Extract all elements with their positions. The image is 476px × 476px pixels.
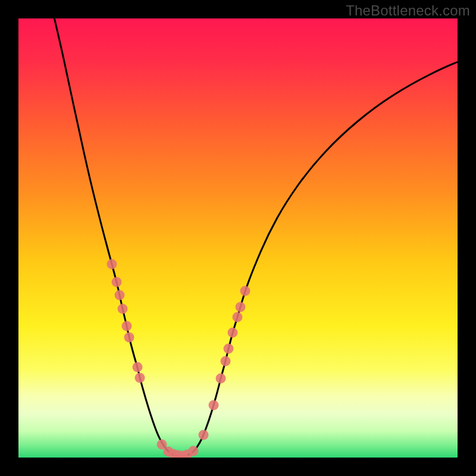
- watermark-text: TheBottleneck.com: [346, 2, 470, 19]
- marker-dot: [228, 328, 238, 338]
- marker-dot: [135, 373, 145, 383]
- marker-dot: [124, 333, 134, 343]
- gradient-background: [18, 18, 458, 458]
- marker-dot: [107, 259, 117, 270]
- marker-dot: [236, 302, 246, 312]
- marker-dot: [233, 312, 243, 322]
- chart-svg: [18, 18, 458, 458]
- plot-area: [18, 18, 458, 458]
- marker-dot: [118, 304, 128, 314]
- marker-dot: [115, 290, 125, 300]
- marker-dot: [224, 344, 234, 354]
- marker-dot: [133, 362, 143, 372]
- chart-container: TheBottleneck.com: [0, 0, 476, 476]
- marker-dot: [240, 286, 250, 296]
- marker-dot: [216, 374, 226, 384]
- marker-dot: [209, 400, 219, 411]
- marker-dot: [221, 356, 231, 367]
- marker-dot: [112, 277, 122, 287]
- marker-dot: [199, 430, 209, 440]
- marker-dot: [122, 321, 132, 331]
- marker-dot: [189, 446, 199, 456]
